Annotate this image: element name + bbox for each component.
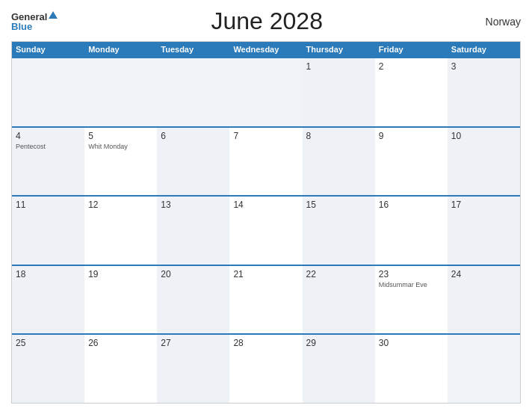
calendar-cell: 2 [375,58,448,126]
calendar-cell: 1 [303,58,375,126]
day-number: 7 [233,131,298,141]
calendar-cell: 20 [157,266,229,334]
calendar-cell: 21 [229,266,302,334]
day-number: 3 [451,61,516,72]
day-number: 22 [306,269,371,279]
calendar-cell: 11 [12,197,84,265]
calendar-week-1: 123 [12,57,520,126]
page-title: June 2028 [58,7,476,35]
calendar-cell [84,58,157,126]
day-number: 12 [88,200,153,210]
calendar-cell [448,335,520,403]
calendar-cell [157,58,229,126]
calendar-cell: 17 [448,197,520,265]
calendar-week-3: 11121314151617 [12,195,520,265]
calendar-cell: 19 [84,266,157,334]
calendar-cell: 27 [157,335,229,403]
calendar-cell: 9 [375,128,448,196]
day-number: 16 [379,200,444,210]
day-number: 19 [88,269,153,279]
header-day-monday: Monday [84,42,157,57]
calendar-cell: 12 [84,197,157,265]
day-number: 10 [451,131,516,141]
calendar-cell: 18 [12,266,84,334]
header: General Blue June 2028 Norway [11,7,521,35]
day-number: 6 [161,131,226,141]
day-number: 5 [88,131,153,141]
logo-triangle-icon [49,11,58,19]
calendar-cell: 22 [303,266,375,334]
calendar-cell: 29 [303,335,375,403]
calendar-cell: 6 [157,128,229,196]
calendar-week-4: 181920212223Midsummar Eve24 [12,265,520,334]
day-event: Midsummar Eve [379,281,444,290]
calendar-cell: 13 [157,197,229,265]
header-day-wednesday: Wednesday [229,42,302,57]
calendar-cell: 16 [375,197,448,265]
header-day-friday: Friday [375,42,448,57]
calendar-body: 1234Pentecost5Whit Monday678910111213141… [12,57,520,403]
country-label: Norway [476,16,521,28]
day-number: 27 [161,338,226,348]
logo-general-text: General [11,12,47,22]
header-day-tuesday: Tuesday [157,42,229,57]
day-number: 14 [233,200,298,210]
day-number: 24 [451,269,516,279]
day-number: 4 [16,131,81,141]
day-number: 29 [306,338,371,348]
day-number: 8 [306,131,371,141]
calendar-cell: 25 [12,335,84,403]
calendar-cell [12,58,84,126]
day-event: Pentecost [16,143,81,152]
calendar-cell: 14 [229,197,302,265]
calendar-week-2: 4Pentecost5Whit Monday678910 [12,126,520,196]
logo-blue-text: Blue [11,22,32,31]
header-day-sunday: Sunday [12,42,84,57]
day-number: 11 [16,200,81,210]
page: General Blue June 2028 Norway SundayMond… [0,0,532,411]
day-number: 9 [379,131,444,141]
calendar-cell: 24 [448,266,520,334]
day-number: 25 [16,338,81,348]
day-number: 26 [88,338,153,348]
day-number: 28 [233,338,298,348]
day-number: 23 [379,269,444,279]
day-number: 21 [233,269,298,279]
calendar-cell: 28 [229,335,302,403]
calendar-week-5: 252627282930 [12,333,520,403]
calendar-cell [229,58,302,126]
day-number: 15 [306,200,371,210]
header-day-thursday: Thursday [303,42,375,57]
calendar-cell: 30 [375,335,448,403]
calendar-cell: 23Midsummar Eve [375,266,448,334]
day-number: 13 [161,200,226,210]
calendar-header: SundayMondayTuesdayWednesdayThursdayFrid… [12,42,520,57]
day-number: 2 [379,61,444,72]
day-number: 17 [451,200,516,210]
calendar-cell: 10 [448,128,520,196]
calendar-cell: 15 [303,197,375,265]
day-number: 30 [379,338,444,348]
calendar-cell: 8 [303,128,375,196]
calendar: SundayMondayTuesdayWednesdayThursdayFrid… [11,41,521,404]
day-number: 20 [161,269,226,279]
calendar-cell: 26 [84,335,157,403]
calendar-cell: 5Whit Monday [84,128,157,196]
calendar-cell: 7 [229,128,302,196]
day-event: Whit Monday [88,143,153,152]
header-day-saturday: Saturday [448,42,520,57]
calendar-cell: 4Pentecost [12,128,84,196]
logo: General Blue [11,12,58,31]
day-number: 18 [16,269,81,279]
calendar-cell: 3 [448,58,520,126]
day-number: 1 [306,61,371,72]
